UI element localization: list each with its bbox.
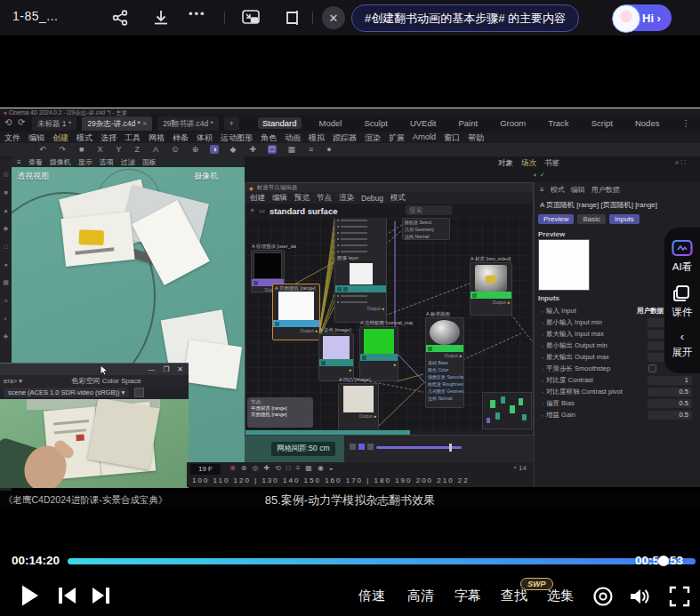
subtitles-button[interactable]: 字幕 <box>455 588 481 604</box>
play-button[interactable] <box>20 584 40 607</box>
palette-icon[interactable]: ▦ <box>3 279 9 286</box>
transport-icon[interactable]: ◉ <box>318 464 324 472</box>
c4d-layout-tab[interactable]: Nodes <box>631 117 664 129</box>
viewport-menu-item[interactable]: 显示 <box>78 157 93 167</box>
download-icon[interactable] <box>152 9 170 27</box>
node-two-sided[interactable]: A 材质 [two_sided] Output ● <box>470 262 512 316</box>
courseware-icon[interactable] <box>672 284 692 303</box>
node-editor-menu-item[interactable]: 预览 <box>294 193 310 204</box>
material-preview-swatch[interactable] <box>538 239 590 291</box>
surface-input-row[interactable]: 颜色 Color <box>426 366 463 373</box>
breadcrumb[interactable]: standard surface <box>270 206 338 216</box>
dock-sidebar-icon[interactable] <box>283 8 302 28</box>
ai-camera-icon[interactable] <box>672 238 693 258</box>
c4d-tool-icon[interactable]: ◑ <box>210 145 218 154</box>
attribute-value[interactable]: 0.5 <box>648 411 692 420</box>
c4d-doc-tab[interactable]: 未标题 1 * <box>32 116 76 131</box>
attribute-row[interactable]: › 偏置 Bias 0.5 <box>535 397 700 409</box>
surface-input-row[interactable]: 基础 Base <box>426 359 463 366</box>
c4d-tool-icon[interactable]: X <box>96 145 105 154</box>
c4d-layout-tab[interactable]: Groom <box>495 117 530 129</box>
minimize-icon[interactable]: — <box>148 365 155 373</box>
attribute-row[interactable]: › 对比度 Contrast 1 <box>535 374 700 386</box>
c4d-layout-tab[interactable]: Standard <box>258 117 302 129</box>
attribute-tab[interactable]: Inputs <box>609 214 640 224</box>
previous-episode-button[interactable] <box>58 588 76 604</box>
c4d-layout-tab[interactable]: Model <box>315 117 347 129</box>
node-editor-menu-item[interactable]: 渲染 <box>339 193 354 204</box>
c4d-layout-tab[interactable]: Script <box>587 117 617 129</box>
node-dye[interactable]: A 染色 [image] ● <box>318 333 354 381</box>
progress-bar[interactable] <box>68 558 696 564</box>
c4d-tool-icon[interactable]: ↶ <box>37 145 48 154</box>
ai-watch-label[interactable]: AI看 <box>672 260 692 274</box>
node-search-input[interactable]: 搜索 <box>406 205 452 215</box>
c4d-tool-icon[interactable]: ✚ <box>248 145 259 154</box>
node-output-port[interactable]: Output <box>367 306 381 311</box>
ai-prompt-pill[interactable]: #创建翻书动画的基本步骤# 的主要内容 <box>351 4 579 32</box>
attr-menu-item[interactable]: 编辑 <box>571 185 585 195</box>
viewport-menu-item[interactable]: 选项 <box>100 157 114 167</box>
palette-icon[interactable]: □ <box>4 244 7 250</box>
c4d-layout-tab[interactable]: ⋮ <box>677 117 695 129</box>
attribute-tab[interactable]: Preview <box>538 214 574 224</box>
c4d-tool-icon[interactable]: ≡ <box>307 145 315 154</box>
palette-icon[interactable]: ● <box>4 261 7 268</box>
c4d-layout-tab[interactable]: UVEdit <box>406 117 441 129</box>
c4d-tool-icon[interactable]: A <box>151 145 160 154</box>
swatch-icon[interactable] <box>134 388 144 397</box>
object-manager-tab[interactable]: 场次 <box>521 158 536 169</box>
surface-input-row[interactable]: 法线 Normal <box>426 395 463 402</box>
attr-menu-item[interactable]: 模式 <box>551 185 565 195</box>
c4d-doc-tab[interactable]: + <box>224 116 239 131</box>
assistant-hi-button[interactable]: Hi › <box>616 4 672 31</box>
node-minimap[interactable] <box>482 392 532 429</box>
attribute-row[interactable]: › 增益 Gain 0.5 <box>535 409 700 420</box>
more-menu-icon[interactable]: ••• <box>189 7 206 20</box>
c4d-tool-icon[interactable]: ⊙ <box>170 145 181 154</box>
node-range-selected[interactable]: A 页面随机 [range] Output ● <box>272 284 320 340</box>
viewport-menu-item[interactable]: 过滤 <box>121 157 135 167</box>
view-toggle-icon[interactable] <box>350 444 356 450</box>
node-output-port[interactable]: Output <box>445 353 458 358</box>
view-toggle-icon[interactable] <box>358 444 365 450</box>
node-editor-hscrollbar[interactable] <box>245 430 410 435</box>
courseware-label[interactable]: 课件 <box>672 306 693 319</box>
c4d-doc-tab[interactable]: 29杂志-讲.c4d * × <box>82 116 152 131</box>
find-button[interactable]: 查找 <box>501 588 527 604</box>
c4d-doc-tab[interactable]: 29翻书讲.c4d * <box>157 116 219 131</box>
volume-icon[interactable] <box>628 586 651 607</box>
close-icon[interactable]: ✕ <box>177 365 183 373</box>
attribute-value[interactable]: 1 <box>648 376 692 385</box>
timeline-ruler[interactable]: 100 110 120 | 130 140 150 160 170 | 180 … <box>192 476 470 484</box>
palette-icon[interactable]: ◆ <box>4 225 8 232</box>
palette-icon[interactable]: ≡ <box>4 298 7 304</box>
viewport-menu-item[interactable]: 摄像机 <box>50 157 71 167</box>
palette-icon[interactable]: ✚ <box>4 333 9 340</box>
search-icon[interactable]: ⌕ ⸬ <box>675 158 686 167</box>
dial-icon[interactable] <box>592 586 614 607</box>
surface-input-row[interactable]: 粗糙度 Roughness <box>426 380 463 388</box>
surface-input-row[interactable]: 镜面反射 Specular <box>426 373 463 380</box>
c4d-layout-tab[interactable]: Track <box>543 117 573 129</box>
view-toggle-icon[interactable] <box>367 444 374 450</box>
undo-icon[interactable]: ⟲ <box>4 117 12 127</box>
transport-icon[interactable]: ⊕ <box>229 464 236 472</box>
transport-icon[interactable]: ◒ <box>329 464 334 472</box>
attr-menu-item[interactable]: 用户数据 <box>591 185 620 195</box>
node-normal-map[interactable]: A 法线贴图 [normal_map] ● <box>359 326 398 381</box>
add-node-icon[interactable]: + <box>250 206 254 215</box>
chevron-left-icon[interactable]: ‹ <box>680 330 684 343</box>
transport-icon[interactable]: ≡ <box>296 464 301 472</box>
quality-button[interactable]: 高清 <box>407 588 434 604</box>
hamburger-icon[interactable]: ≡ <box>17 158 21 166</box>
node-output-port[interactable]: Output <box>359 413 373 419</box>
c4d-tool-icon[interactable]: □ <box>268 145 276 154</box>
attribute-value[interactable]: 0.5 <box>648 399 692 408</box>
viewport-menu-item[interactable]: 面板 <box>142 157 157 167</box>
object-manager-tab[interactable]: 书签 <box>544 158 559 169</box>
close-button[interactable]: ✕ <box>322 6 345 29</box>
c4d-tool-icon[interactable]: Z <box>133 145 142 154</box>
frame-field[interactable]: 19 F <box>190 464 221 475</box>
redo-icon[interactable]: ⟳ <box>18 117 25 127</box>
